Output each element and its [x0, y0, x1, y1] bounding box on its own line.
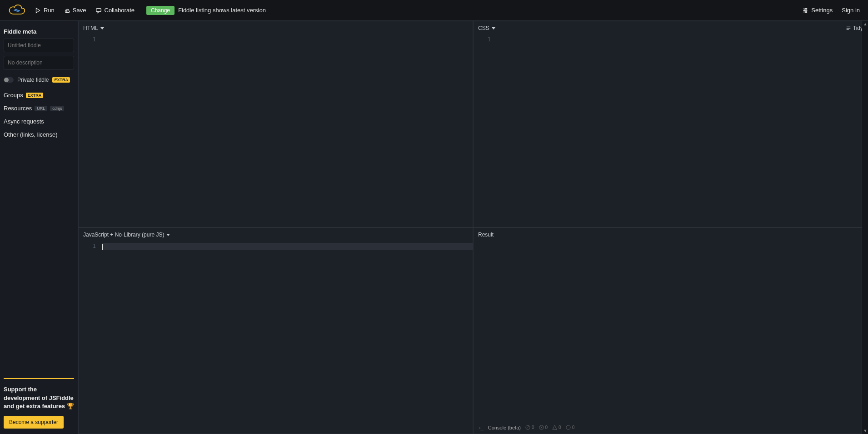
css-pane: CSS Tidy 1 [473, 21, 868, 227]
svg-point-7 [566, 425, 570, 429]
support-text: Support the development of JSFiddle and … [4, 385, 74, 410]
css-code[interactable] [494, 35, 868, 227]
save-button[interactable]: Save [59, 4, 91, 16]
html-pane: HTML 1 [78, 21, 473, 227]
code-line[interactable] [102, 36, 473, 44]
chevron-down-icon [492, 27, 495, 30]
settings-label: Settings [811, 7, 833, 14]
js-pane: JavaScript + No-Library (pure JS) 1 [78, 227, 473, 434]
line-number: 1 [79, 36, 96, 43]
warning-count: 0 [552, 425, 561, 430]
private-toggle-row: Private fiddle EXTRA [4, 73, 74, 89]
console-label: Console (beta) [488, 425, 521, 430]
other-label: Other (links, license) [4, 131, 57, 138]
circle-slash-icon [525, 425, 530, 430]
play-icon [35, 7, 41, 14]
run-button[interactable]: Run [30, 4, 59, 16]
jsfiddle-logo[interactable] [8, 4, 25, 17]
fiddle-title-input[interactable] [4, 39, 74, 52]
sidebar-item-resources[interactable]: Resources URL cdnjs [4, 102, 74, 115]
html-editor[interactable]: 1 [79, 35, 473, 227]
signin-button[interactable]: Sign in [837, 4, 864, 16]
private-label: Private fiddle [17, 77, 49, 83]
extra-badge: EXTRA [52, 77, 70, 83]
sidebar-item-async[interactable]: Async requests [4, 115, 74, 128]
signin-label: Sign in [842, 7, 860, 14]
triangle-warn-icon [552, 425, 557, 430]
console-bar[interactable]: ›_ Console (beta) 0 0 0 0 [474, 421, 868, 434]
terminal-icon: ›_ [479, 425, 484, 430]
line-number: 1 [79, 243, 96, 249]
tidy-icon [846, 25, 851, 31]
error-count: 0 [539, 425, 548, 430]
js-pane-header: JavaScript + No-Library (pure JS) [79, 228, 473, 242]
sidebar-item-groups[interactable]: Groups EXTRA [4, 89, 74, 102]
html-label: HTML [83, 25, 98, 31]
css-gutter: 1 [474, 35, 494, 227]
cloud-save-icon [64, 7, 70, 14]
line-number: 1 [474, 36, 491, 43]
css-editor[interactable]: 1 [474, 35, 868, 227]
sidebar-footer: Support the development of JSFiddle and … [4, 378, 74, 429]
collaborate-button[interactable]: Collaborate [91, 4, 140, 16]
change-badge[interactable]: Change [146, 6, 175, 15]
result-pane: Result ›_ Console (beta) 0 0 0 [473, 227, 868, 434]
extra-badge: EXTRA [26, 93, 44, 98]
collaborate-label: Collaborate [105, 7, 135, 14]
css-pane-dropdown[interactable]: CSS [478, 25, 495, 31]
result-label: Result [478, 232, 494, 238]
scroll-up-icon[interactable]: ▲ [862, 21, 868, 27]
editor-grid: HTML 1 CSS [78, 21, 868, 434]
js-gutter: 1 [79, 242, 100, 434]
js-label: JavaScript + No-Library (pure JS) [83, 232, 164, 238]
fiddle-description-input[interactable] [4, 56, 74, 69]
sidebar-item-other[interactable]: Other (links, license) [4, 128, 74, 141]
html-gutter: 1 [79, 35, 100, 227]
chevron-down-icon [100, 27, 104, 30]
svg-rect-0 [96, 8, 101, 11]
js-code[interactable] [100, 242, 473, 434]
css-pane-header: CSS Tidy [474, 21, 868, 35]
code-line[interactable] [497, 36, 868, 44]
circle-icon [566, 425, 571, 430]
html-code[interactable] [100, 35, 473, 227]
main-area: Fiddle meta Private fiddle EXTRA Groups … [0, 21, 868, 434]
listing-status-text: Fiddle listing shows latest version [178, 7, 266, 14]
groups-label: Groups [4, 92, 23, 99]
settings-button[interactable]: Settings [798, 4, 837, 16]
text-cursor [102, 244, 103, 250]
css-label: CSS [478, 25, 489, 31]
top-toolbar: Run Save Collaborate Change Fiddle listi… [0, 0, 868, 21]
js-pane-dropdown[interactable]: JavaScript + No-Library (pure JS) [83, 232, 170, 238]
cdnjs-badge: cdnjs [50, 106, 64, 111]
chevron-down-icon [166, 234, 170, 236]
async-label: Async requests [4, 118, 44, 125]
result-pane-header: Result [474, 228, 868, 242]
scroll-down-icon[interactable]: ▼ [862, 428, 868, 434]
circle-x-icon [539, 425, 544, 430]
sidebar-title-meta: Fiddle meta [4, 26, 74, 39]
tidy-button[interactable]: Tidy [846, 25, 863, 31]
url-badge: URL [35, 106, 47, 111]
resources-label: Resources [4, 105, 32, 112]
private-toggle[interactable] [4, 77, 14, 83]
save-label: Save [73, 7, 86, 14]
result-body [474, 242, 868, 421]
chat-icon [95, 7, 102, 14]
html-pane-dropdown[interactable]: HTML [83, 25, 104, 31]
js-editor[interactable]: 1 [79, 242, 473, 434]
log-count: 0 [566, 425, 575, 430]
info-count: 0 [525, 425, 534, 430]
code-line[interactable] [102, 243, 473, 250]
run-label: Run [44, 7, 55, 14]
sliders-icon [802, 7, 808, 14]
svg-line-5 [527, 426, 529, 429]
become-supporter-button[interactable]: Become a supporter [4, 416, 64, 429]
sidebar: Fiddle meta Private fiddle EXTRA Groups … [0, 21, 78, 434]
scrollbar[interactable]: ▲ ▼ [862, 21, 868, 434]
html-pane-header: HTML [79, 21, 473, 35]
